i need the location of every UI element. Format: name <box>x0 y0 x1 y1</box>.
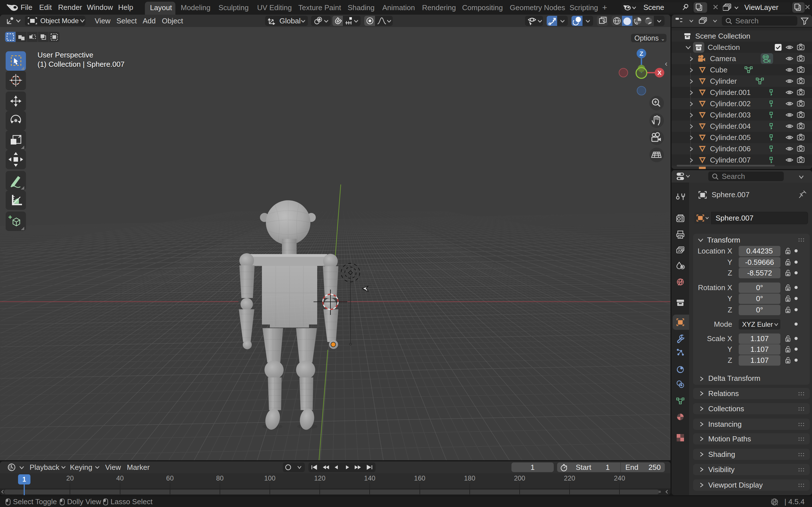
svg-text:X: X <box>658 69 662 76</box>
svg-text:Z: Z <box>640 50 643 57</box>
